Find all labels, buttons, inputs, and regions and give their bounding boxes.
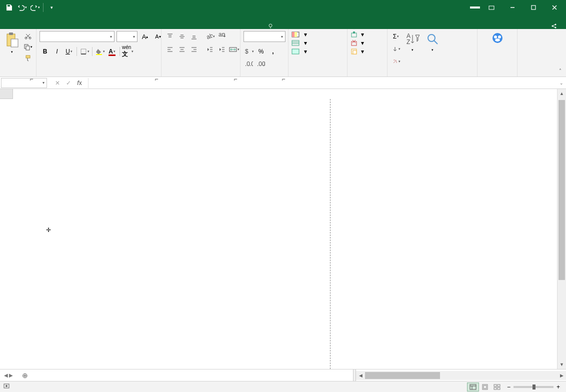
copy-button[interactable]: ▾: [23, 42, 33, 52]
horizontal-scroll-thumb[interactable]: [365, 372, 440, 379]
orientation-icon[interactable]: ab▾: [204, 31, 216, 42]
svg-rect-57: [294, 32, 297, 37]
normal-view-icon[interactable]: [467, 382, 479, 392]
delete-cells-button[interactable]: ▾: [350, 40, 364, 46]
cancel-formula-icon[interactable]: ✕: [53, 78, 62, 88]
comma-format-icon[interactable]: ,: [268, 46, 278, 57]
svg-line-72: [434, 40, 438, 44]
align-left-icon[interactable]: [164, 44, 176, 55]
sheet-nav[interactable]: ◀▶: [0, 372, 17, 378]
font-dialog-icon[interactable]: ⌐: [154, 76, 159, 80]
qat-customize-icon[interactable]: ▾: [46, 2, 58, 14]
svg-rect-83: [484, 386, 486, 388]
fill-color-button[interactable]: ▾: [94, 46, 106, 57]
tell-me-search[interactable]: [262, 23, 282, 29]
fill-button[interactable]: ▾: [390, 44, 402, 54]
align-top-icon[interactable]: [164, 31, 176, 42]
format-painter-button[interactable]: [23, 53, 33, 63]
format-table-button[interactable]: ▾: [292, 40, 307, 46]
scroll-down-icon[interactable]: ▼: [558, 360, 566, 369]
group-styles: ▾ ▾ ▾: [288, 29, 348, 76]
minimize-button[interactable]: [503, 0, 522, 15]
decrease-decimal-icon[interactable]: .00.0: [256, 59, 266, 70]
redo-icon[interactable]: ▾: [29, 2, 41, 14]
accounting-format-icon[interactable]: $▾: [244, 46, 254, 57]
cut-button[interactable]: [23, 31, 33, 41]
formula-input[interactable]: [90, 78, 557, 88]
decrease-indent-icon[interactable]: [204, 44, 216, 55]
align-middle-icon[interactable]: [176, 31, 188, 42]
svg-point-15: [25, 37, 27, 39]
phonetic-button[interactable]: wén文▾: [122, 46, 134, 57]
scroll-up-icon[interactable]: ▲: [558, 89, 566, 98]
svg-text:.0: .0: [245, 62, 250, 68]
autosum-button[interactable]: Σ▾: [390, 31, 402, 42]
name-box[interactable]: ▾: [1, 78, 47, 88]
page-break-line: [330, 99, 330, 369]
font-name-combo[interactable]: ▾: [40, 31, 114, 42]
vertical-scroll-thumb[interactable]: [558, 100, 565, 280]
fx-icon[interactable]: fx: [75, 78, 84, 88]
close-button[interactable]: [545, 0, 564, 15]
svg-point-78: [6, 385, 8, 387]
insert-cells-button[interactable]: ▾: [350, 31, 364, 38]
add-sheet-button[interactable]: ⊕: [17, 372, 33, 380]
ribbon-display-icon[interactable]: [482, 0, 501, 15]
increase-font-icon[interactable]: A▴: [140, 31, 150, 42]
italic-button[interactable]: I: [52, 46, 62, 57]
zoom-out-button[interactable]: −: [507, 384, 510, 390]
page-layout-view-icon[interactable]: [479, 382, 491, 392]
undo-icon[interactable]: ▾: [16, 2, 28, 14]
format-cells-button[interactable]: ▾: [350, 48, 364, 55]
border-button[interactable]: ▾: [79, 46, 90, 57]
paste-button[interactable]: ▾: [3, 31, 21, 55]
align-center-icon[interactable]: [176, 44, 188, 55]
scroll-left-icon[interactable]: ◀: [356, 373, 365, 378]
save-baidu-button[interactable]: [488, 31, 507, 47]
prev-sheet-icon[interactable]: ◀: [4, 372, 8, 378]
number-dialog-icon[interactable]: ⌐: [281, 76, 286, 80]
percent-format-icon[interactable]: %: [256, 46, 266, 57]
enter-formula-icon[interactable]: ✓: [64, 78, 73, 88]
align-bottom-icon[interactable]: [188, 31, 200, 42]
cell-styles-button[interactable]: ▾: [292, 48, 307, 55]
collapse-ribbon-icon[interactable]: ˄: [556, 66, 564, 74]
svg-line-3: [552, 6, 556, 10]
wrap-text-icon[interactable]: ab: [216, 31, 228, 42]
ribbon-tabs: [0, 15, 566, 29]
clipboard-dialog-icon[interactable]: ⌐: [29, 76, 34, 80]
merge-center-icon[interactable]: ▾: [228, 44, 240, 55]
underline-button[interactable]: U▾: [64, 46, 74, 57]
number-format-combo[interactable]: ▾: [244, 31, 286, 42]
sort-filter-button[interactable]: AZ ▾: [404, 31, 422, 53]
vertical-scrollbar[interactable]: ▲ ▼: [557, 89, 566, 369]
share-button[interactable]: [544, 23, 566, 29]
font-size-combo[interactable]: ▾: [116, 31, 138, 42]
increase-indent-icon[interactable]: [216, 44, 228, 55]
login-button[interactable]: [470, 6, 480, 8]
worksheet-grid[interactable]: ✛ ▲ ▼: [0, 89, 566, 369]
svg-line-65: [352, 40, 356, 43]
bold-button[interactable]: B: [40, 46, 50, 57]
zoom-in-button[interactable]: +: [556, 384, 560, 390]
page-break-view-icon[interactable]: [491, 382, 503, 392]
next-sheet-icon[interactable]: ▶: [9, 372, 13, 378]
align-right-icon[interactable]: [188, 44, 200, 55]
scroll-right-icon[interactable]: ▶: [557, 373, 566, 378]
zoom-slider[interactable]: [514, 386, 554, 388]
macro-record-icon[interactable]: [3, 382, 10, 390]
increase-decimal-icon[interactable]: .0.00: [244, 59, 254, 70]
find-select-button[interactable]: ▾: [424, 31, 442, 53]
horizontal-scrollbar[interactable]: ◀ ▶: [356, 371, 566, 380]
conditional-format-button[interactable]: ▾: [292, 31, 307, 38]
select-all-corner[interactable]: [0, 89, 13, 99]
svg-line-10: [553, 25, 555, 26]
save-icon[interactable]: [3, 2, 15, 14]
font-color-button[interactable]: A▾: [106, 46, 118, 57]
svg-line-11: [553, 26, 555, 28]
align-dialog-icon[interactable]: ⌐: [233, 76, 238, 80]
lightbulb-icon: [268, 23, 274, 29]
clear-button[interactable]: ▾: [390, 56, 402, 67]
expand-formula-icon[interactable]: ⌄: [557, 80, 566, 86]
maximize-button[interactable]: [524, 0, 543, 15]
